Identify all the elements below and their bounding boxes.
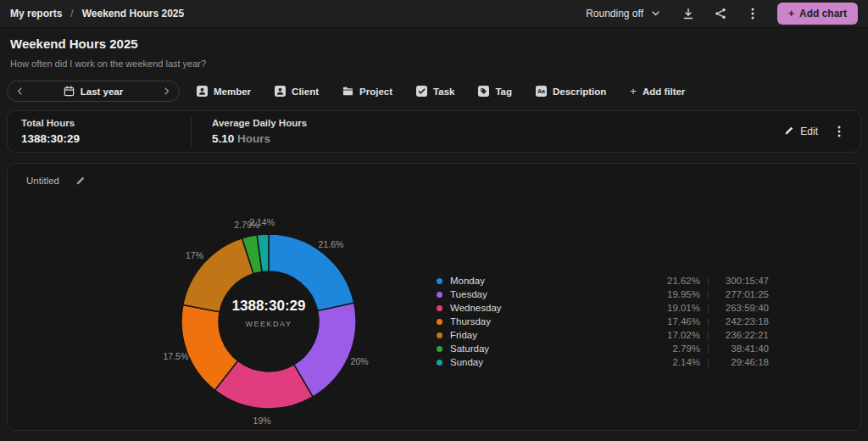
filter-chip-description[interactable]: AaDescription — [536, 82, 606, 100]
topbar-actions: Rounding off + Add chart — [586, 3, 858, 25]
edit-label: Edit — [800, 126, 818, 137]
legend-percent: 17.46% — [667, 316, 700, 327]
legend-divider: | — [700, 276, 716, 286]
legend-day-name: Sunday — [450, 357, 483, 367]
total-hours-metric: Total Hours 1388:30:29 — [21, 118, 191, 145]
date-range-label: Last year — [81, 87, 124, 97]
legend-divider: | — [700, 303, 716, 313]
chart-card: Untitled 1388:30:29 WEEKDAY 21.6%20%19%1… — [7, 163, 861, 431]
filter-chip-tag[interactable]: Tag — [478, 82, 512, 100]
donut-slice-friday[interactable] — [183, 238, 253, 312]
calendar-icon — [64, 86, 75, 97]
edit-button[interactable]: Edit — [784, 126, 818, 138]
slice-percent-label-wednesday: 19% — [253, 416, 271, 426]
legend-color-dot — [437, 319, 442, 325]
share-icon[interactable] — [713, 6, 728, 21]
chevron-down-icon — [648, 6, 664, 21]
legend-percent: 19.01% — [667, 303, 700, 313]
legend-day-name: Thursday — [450, 316, 491, 327]
next-period-icon[interactable] — [164, 87, 170, 95]
page-subtitle: How often did I work on the weekend last… — [10, 59, 858, 69]
slice-percent-label-thursday: 17.5% — [163, 351, 188, 361]
slice-percent-label-monday: 21.6% — [319, 239, 344, 249]
filter-chip-member[interactable]: Member — [197, 82, 251, 100]
top-bar: My reports / Weekend Hours 2025 Rounding… — [0, 0, 868, 28]
add-filter-button[interactable]: + Add filter — [630, 85, 685, 98]
filter-chip-label: Client — [292, 87, 319, 97]
plus-icon: + — [630, 85, 637, 98]
legend-percent: 21.62% — [667, 276, 700, 286]
filter-bar: Last year MemberClientProjectTaskTagAaDe… — [0, 70, 868, 110]
tag-icon — [478, 86, 489, 97]
page-title: Weekend Hours 2025 — [10, 36, 858, 51]
breadcrumb-current: Weekend Hours 2025 — [82, 8, 185, 20]
svg-text:Aa: Aa — [537, 88, 545, 94]
legend-time-value: 300:15:47 — [716, 276, 769, 286]
legend-divider: | — [700, 343, 716, 354]
prev-period-icon[interactable] — [17, 87, 22, 95]
legend-time-value: 236:22:21 — [716, 330, 769, 340]
kebab-menu-icon[interactable] — [745, 6, 760, 21]
legend-divider: | — [700, 316, 716, 327]
filter-chip-project[interactable]: Project — [342, 82, 392, 100]
rounding-dropdown[interactable]: Rounding off — [586, 6, 664, 21]
download-icon[interactable] — [681, 6, 696, 21]
average-daily-hours-metric: Average Daily Hours 5.10 Hours — [212, 118, 307, 145]
add-chart-button[interactable]: + Add chart — [777, 3, 858, 25]
filter-chip-client[interactable]: Client — [275, 82, 319, 100]
breadcrumb-separator: / — [70, 8, 73, 20]
project-icon — [342, 86, 353, 97]
legend-time-value: 242:23:18 — [716, 316, 769, 327]
total-hours-value: 1388:30:29 — [21, 132, 191, 145]
legend-day-name: Wednesday — [450, 303, 502, 313]
legend-row-friday[interactable]: Friday17.02%|236:22:21 — [437, 328, 769, 342]
legend-row-tuesday[interactable]: Tuesday19.95%|277:01:25 — [437, 287, 769, 301]
pencil-icon[interactable] — [73, 173, 88, 188]
legend-row-sunday[interactable]: Sunday2.14%|29:46:18 — [437, 355, 769, 369]
legend-row-wednesday[interactable]: Wednesday19.01%|263:59:40 — [437, 301, 769, 315]
legend-divider: | — [700, 357, 716, 367]
legend-day-name: Saturday — [450, 343, 489, 354]
filter-chips: MemberClientProjectTaskTagAaDescription — [197, 82, 630, 100]
add-filter-label: Add filter — [643, 87, 685, 97]
kebab-menu-icon[interactable] — [832, 124, 847, 139]
legend-time-value: 29:46:18 — [716, 357, 769, 367]
filter-chip-task[interactable]: Task — [416, 82, 454, 100]
task-icon — [416, 86, 427, 97]
pencil-icon — [784, 126, 794, 138]
legend-row-thursday[interactable]: Thursday17.46%|242:23:18 — [437, 315, 769, 328]
legend-row-saturday[interactable]: Saturday2.79%|38:41:40 — [437, 342, 769, 355]
legend-color-dot — [437, 360, 442, 366]
legend-percent: 2.14% — [672, 357, 700, 367]
slice-percent-label-tuesday: 20% — [351, 356, 369, 366]
description-icon: Aa — [536, 86, 547, 97]
legend-time-value: 277:01:25 — [716, 289, 769, 299]
legend-time-value: 38:41:40 — [716, 343, 769, 354]
chart-title: Untitled — [26, 176, 59, 186]
legend-day-name: Friday — [450, 330, 477, 340]
legend-row-monday[interactable]: Monday21.62%|300:15:47 — [437, 274, 769, 287]
legend-time-value: 263:59:40 — [716, 303, 769, 313]
date-range-picker[interactable]: Last year — [7, 81, 180, 102]
add-chart-label: Add chart — [799, 8, 847, 20]
legend-percent: 2.79% — [672, 343, 700, 354]
filter-chip-label: Member — [214, 87, 251, 97]
summary-card: Total Hours 1388:30:29 Average Daily Hou… — [7, 110, 861, 153]
filter-chip-label: Tag — [495, 87, 512, 97]
divider — [191, 116, 192, 147]
breadcrumb: My reports / Weekend Hours 2025 — [10, 8, 184, 20]
client-icon — [275, 86, 286, 97]
filter-chip-label: Task — [433, 87, 454, 97]
filter-chip-label: Description — [553, 87, 606, 97]
legend-percent: 19.95% — [667, 289, 700, 299]
legend-divider: | — [700, 289, 716, 299]
chart-legend: Monday21.62%|300:15:47Tuesday19.95%|277:… — [437, 274, 769, 369]
rounding-label: Rounding off — [586, 8, 643, 20]
report-header: Weekend Hours 2025 How often did I work … — [0, 28, 868, 70]
breadcrumb-my-reports[interactable]: My reports — [10, 8, 62, 20]
member-icon — [197, 86, 208, 97]
average-daily-hours-value: 5.10 — [212, 132, 234, 145]
slice-percent-label-friday: 17% — [186, 250, 203, 260]
average-daily-hours-unit: Hours — [237, 132, 270, 145]
legend-color-dot — [437, 292, 442, 298]
